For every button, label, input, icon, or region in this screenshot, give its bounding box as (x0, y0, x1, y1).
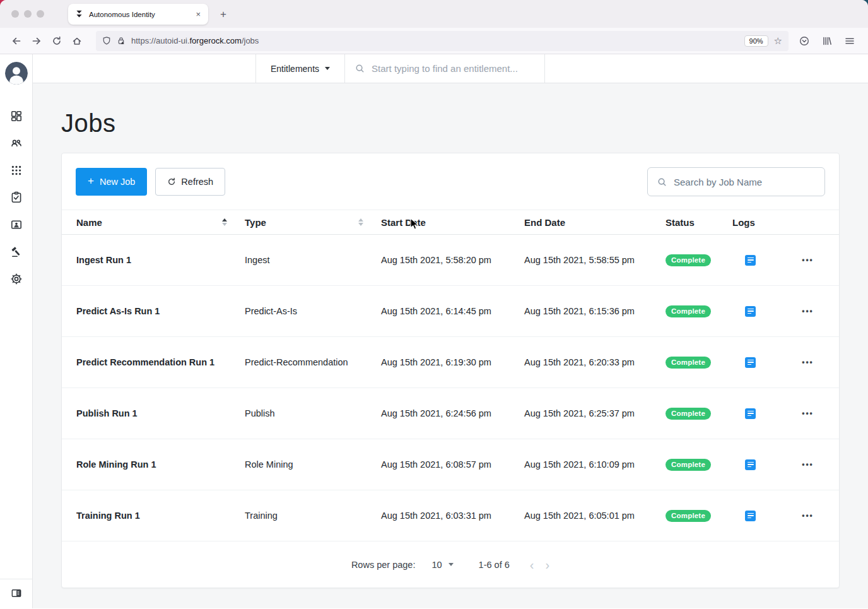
forward-icon[interactable] (27, 32, 46, 50)
job-search-input[interactable] (674, 177, 815, 187)
logs-cell (732, 357, 777, 368)
sidebar-collapse-toggle-icon[interactable] (11, 588, 22, 599)
avatar[interactable] (5, 62, 28, 85)
close-tab-icon[interactable]: × (194, 9, 202, 19)
row-actions-ellipsis-icon[interactable]: ••• (802, 256, 814, 264)
job-name-cell: Ingest Run 1 (76, 255, 245, 265)
status-badge: Complete (666, 305, 711, 317)
forgerock-favicon-icon (74, 9, 84, 19)
sidebar-item-applications[interactable] (10, 164, 23, 177)
job-end-date-cell: Aug 15th 2021, 5:58:55 pm (524, 255, 666, 265)
job-start-date-cell: Aug 15th 2021, 6:03:31 pm (381, 511, 524, 521)
entitlements-dropdown-label: Entitlements (271, 64, 319, 74)
logs-icon[interactable] (745, 408, 756, 419)
job-name-cell: Role Mining Run 1 (76, 459, 245, 470)
status-badge: Complete (666, 459, 711, 471)
new-job-button[interactable]: + New Job (76, 168, 147, 196)
row-actions-ellipsis-icon[interactable]: ••• (802, 358, 814, 367)
column-header-name[interactable]: Name (76, 217, 245, 228)
close-window-button[interactable] (11, 10, 19, 18)
sort-icon[interactable] (358, 218, 363, 226)
sidebar (0, 54, 33, 608)
back-icon[interactable] (7, 32, 26, 50)
browser-tab[interactable]: Autonomous Identity × (68, 4, 208, 25)
url-bar[interactable]: https://autoid-ui.forgerock.com/jobs 90%… (96, 31, 789, 51)
reload-icon[interactable] (47, 32, 66, 50)
main-content: Jobs + New Job Refresh (33, 83, 868, 608)
entitlement-search-input[interactable] (372, 63, 534, 74)
jobs-card: + New Job Refresh (61, 153, 840, 588)
job-end-date-cell: Aug 15th 2021, 6:05:01 pm (524, 511, 666, 521)
bookmark-star-icon[interactable]: ☆ (774, 35, 782, 47)
job-end-date-cell: Aug 15th 2021, 6:20:33 pm (524, 357, 666, 367)
job-start-date-cell: Aug 15th 2021, 5:58:20 pm (381, 255, 524, 265)
sidebar-item-rules[interactable] (10, 245, 23, 258)
minimize-window-button[interactable] (24, 10, 32, 18)
job-start-date-cell: Aug 15th 2021, 6:19:30 pm (381, 357, 524, 367)
sidebar-item-tasks[interactable] (10, 191, 23, 204)
refresh-icon (167, 177, 176, 186)
browser-toolbar: https://autoid-ui.forgerock.com/jobs 90%… (0, 28, 868, 54)
job-search[interactable] (647, 167, 825, 196)
logs-icon[interactable] (745, 357, 756, 368)
table-header: Name Type Start Date End Date Status Log… (62, 210, 839, 235)
column-header-start-date: Start Date (381, 217, 524, 228)
entitlements-dropdown[interactable]: Entitlements (255, 54, 345, 83)
next-page-icon[interactable]: › (545, 559, 549, 571)
job-name-cell: Predict Recommendation Run 1 (76, 357, 245, 367)
sidebar-item-settings[interactable] (10, 273, 23, 285)
logs-cell (732, 255, 777, 266)
sidebar-item-dashboard[interactable] (10, 110, 23, 122)
status-cell: Complete (666, 254, 732, 266)
home-icon[interactable] (67, 32, 86, 50)
logs-icon[interactable] (745, 255, 756, 266)
new-tab-button[interactable]: + (215, 6, 232, 23)
sidebar-item-identity-card[interactable] (10, 218, 23, 231)
logs-cell (732, 408, 777, 419)
sort-icon[interactable] (222, 218, 227, 226)
library-icon[interactable] (818, 32, 836, 50)
column-header-status: Status (666, 217, 732, 228)
logs-icon[interactable] (745, 306, 756, 317)
zoom-level-badge[interactable]: 90% (744, 35, 768, 47)
previous-page-icon[interactable]: ‹ (530, 559, 534, 571)
pocket-icon[interactable] (795, 32, 814, 50)
row-actions-ellipsis-icon[interactable]: ••• (802, 460, 814, 469)
table-row: Predict Recommendation Run 1 Predict-Rec… (62, 337, 839, 388)
job-type-cell: Predict-As-Is (245, 306, 381, 316)
jobs-table-body: Ingest Run 1 Ingest Aug 15th 2021, 5:58:… (62, 235, 839, 541)
logs-icon[interactable] (745, 459, 756, 470)
refresh-button[interactable]: Refresh (155, 168, 225, 196)
zoom-window-button[interactable] (37, 10, 44, 18)
app-top-bar: Entitlements (33, 54, 868, 83)
job-end-date-cell: Aug 15th 2021, 6:15:36 pm (524, 306, 666, 316)
plus-icon: + (88, 175, 94, 187)
global-search[interactable] (345, 54, 545, 83)
job-name-cell: Training Run 1 (76, 511, 245, 521)
pagination: Rows per page: 10 1-6 of 6 ‹ › (62, 541, 839, 588)
job-start-date-cell: Aug 15th 2021, 6:08:57 pm (381, 459, 524, 470)
tab-strip: Autonomous Identity × + (0, 0, 868, 28)
lock-icon[interactable] (117, 36, 126, 45)
tab-title: Autonomous Identity (89, 11, 189, 18)
table-row: Predict As-Is Run 1 Predict-As-Is Aug 15… (62, 286, 839, 337)
logs-icon[interactable] (745, 511, 756, 521)
rows-per-page-label: Rows per page: (351, 560, 416, 570)
menu-hamburger-icon[interactable] (840, 32, 859, 50)
url-text: https://autoid-ui.forgerock.com/jobs (131, 36, 259, 45)
status-cell: Complete (666, 459, 732, 471)
row-actions-ellipsis-icon[interactable]: ••• (802, 511, 814, 520)
rows-per-page-select[interactable]: 10 (431, 560, 453, 570)
tracking-protection-shield-icon[interactable] (102, 36, 111, 45)
row-actions-ellipsis-icon[interactable]: ••• (802, 307, 814, 316)
status-badge: Complete (666, 357, 711, 369)
row-actions-ellipsis-icon[interactable]: ••• (802, 409, 814, 418)
sidebar-item-users[interactable] (10, 137, 23, 150)
window-controls[interactable] (11, 10, 44, 18)
pagination-range: 1-6 of 6 (479, 560, 510, 570)
job-type-cell: Predict-Recommendation (245, 357, 381, 367)
job-end-date-cell: Aug 15th 2021, 6:25:37 pm (524, 408, 666, 418)
column-header-type[interactable]: Type (245, 217, 381, 228)
table-row: Role Mining Run 1 Role Mining Aug 15th 2… (62, 439, 839, 490)
chevron-down-icon (449, 563, 454, 566)
